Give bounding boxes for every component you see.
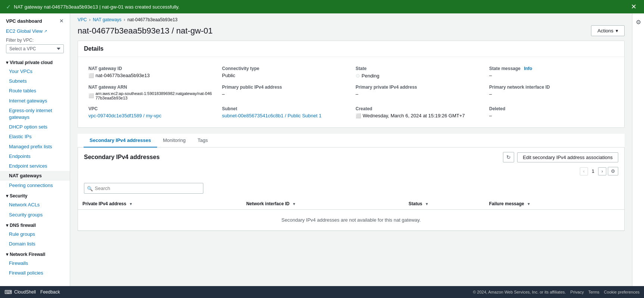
sidebar-item-nat-gateways[interactable]: NAT gateways <box>0 171 70 181</box>
vpc-filter-select[interactable]: Select a VPC <box>6 44 64 53</box>
content-area: VPC › NAT gateways › nat-04677b3eaa5b93e… <box>70 13 632 286</box>
pagination-row: ‹ 1 › ⚙ <box>577 167 621 178</box>
sidebar-item-rule-groups[interactable]: Rule groups <box>0 229 70 239</box>
nat-gateway-arn-value: arn:aws:ec2:ap-southeast-1:590183896982:… <box>96 91 213 100</box>
copy-icon[interactable]: ⬜ <box>88 73 94 78</box>
primary-network-interface-value: – <box>489 91 492 97</box>
detail-vpc: VPC vpc-09740dc1e35df1589 / my-vpc <box>84 103 218 121</box>
sort-icon: ▼ <box>129 202 133 206</box>
edit-associations-button[interactable]: Edit secondary IPv4 address associations <box>517 152 618 162</box>
sidebar-item-security-groups[interactable]: Security groups <box>0 210 70 220</box>
banner-message: NAT gateway nat-04677b3eaa5b93e13 | nat-… <box>14 4 179 10</box>
sidebar-item-peering-connections[interactable]: Peering connections <box>0 181 70 190</box>
feedback-button[interactable]: Feedback <box>40 289 60 295</box>
breadcrumb-nat-gateways[interactable]: NAT gateways <box>93 17 122 22</box>
state-message-info-link[interactable]: Info <box>524 66 532 71</box>
page-number: 1 <box>590 168 597 174</box>
breadcrumb-sep-2: › <box>124 17 125 22</box>
cookie-preferences-link[interactable]: Cookie preferences <box>604 290 640 294</box>
sidebar-item-internet-gateways[interactable]: Internet gateways <box>0 96 70 106</box>
table-settings-button[interactable]: ⚙ <box>608 167 618 175</box>
chevron-down-icon: ▾ <box>6 60 8 65</box>
subnet-link[interactable]: subnet-00e85673541c6c8b1 / Public Subnet… <box>222 113 322 118</box>
settings-panel-icon[interactable]: ⚙ <box>634 16 643 28</box>
detail-primary-public-ipv4: Primary public IPv4 address – <box>218 82 351 103</box>
external-link-icon: ↗ <box>44 29 47 33</box>
sidebar-item-network-acls[interactable]: Network ACLs <box>0 200 70 210</box>
chevron-down-icon: ▾ <box>6 252 8 257</box>
sidebar-item-managed-prefix[interactable]: Managed prefix lists <box>0 142 70 152</box>
sidebar-item-your-vpcs[interactable]: Your VPCs <box>0 67 70 76</box>
sort-icon: ▼ <box>292 202 296 206</box>
right-icons-panel: ⚙ <box>632 13 644 286</box>
primary-private-ipv4-value: – <box>356 91 358 97</box>
prev-page-button[interactable]: ‹ <box>580 167 588 175</box>
connectivity-type-value: Public <box>222 73 235 78</box>
tab-secondary-ipv4[interactable]: Secondary IPv4 addresses <box>84 134 157 148</box>
col-network-interface-id[interactable]: Network interface ID ▼ <box>242 198 404 210</box>
tab-monitoring[interactable]: Monitoring <box>157 134 192 148</box>
secondary-ipv4-table: Private IPv4 address ▼ Network interface… <box>78 198 624 231</box>
detail-connectivity-type: Connectivity type Public <box>218 63 351 82</box>
state-value: Pending <box>362 73 379 79</box>
tabs-container: Secondary IPv4 addresses Monitoring Tags <box>78 134 625 148</box>
filter-label: Filter by VPC: <box>6 38 64 43</box>
terms-link[interactable]: Terms <box>588 290 600 294</box>
detail-state-message: State message Info – <box>485 63 618 82</box>
sort-icon: ▼ <box>527 202 531 206</box>
sidebar-item-dhcp[interactable]: DHCP option sets <box>0 122 70 132</box>
chevron-down-icon: ▾ <box>6 223 8 228</box>
table-header-row: Private IPv4 address ▼ Network interface… <box>78 198 624 210</box>
refresh-button[interactable]: ↻ <box>503 152 514 162</box>
pending-icon: ⊙ <box>356 73 360 79</box>
sidebar-item-firewall-policies[interactable]: Firewall policies <box>0 268 70 278</box>
sidebar-item-endpoints[interactable]: Endpoints <box>0 152 70 161</box>
ipv4-panel-header: Secondary IPv4 addresses ↻ Edit secondar… <box>78 148 624 167</box>
breadcrumb-vpc[interactable]: VPC <box>78 17 87 22</box>
sidebar-close-button[interactable]: ✕ <box>59 18 64 24</box>
breadcrumb-current: nat-04677b3eaa5b93e13 <box>128 17 178 22</box>
sidebar-item-subnets[interactable]: Subnets <box>0 76 70 86</box>
next-page-button[interactable]: › <box>598 167 606 175</box>
chevron-down-icon: ▾ <box>6 193 8 199</box>
cloudshell-button[interactable]: ⌨ CloudShell <box>4 289 36 295</box>
sidebar-title: VPC dashboard <box>6 18 42 24</box>
sidebar-section-dns-firewall[interactable]: ▾ DNS firewall <box>0 220 70 229</box>
search-bar-row: 🔍 <box>78 180 624 198</box>
ec2-global-view-link[interactable]: EC2 Global View ↗ <box>0 27 70 35</box>
copy-icon-created[interactable]: ⬜ <box>356 113 361 118</box>
empty-table-row: Secondary IPv4 addresses are not availab… <box>78 210 624 231</box>
sidebar-item-route-tables[interactable]: Route tables <box>0 86 70 96</box>
detail-deleted: Deleted – <box>485 103 618 121</box>
detail-primary-private-ipv4: Primary private IPv4 address – <box>351 82 485 103</box>
sidebar-item-elastic-ips[interactable]: Elastic IPs <box>0 132 70 142</box>
sidebar-item-domain-lists[interactable]: Domain lists <box>0 239 70 249</box>
sidebar-item-firewalls[interactable]: Firewalls <box>0 259 70 268</box>
detail-created: Created ⬜ Wednesday, March 6, 2024 at 15… <box>351 103 485 121</box>
tab-tags[interactable]: Tags <box>191 134 213 148</box>
sidebar-item-egress-only[interactable]: Egress-only internet gateways <box>0 106 70 122</box>
page-header: nat-04677b3eaa5b93e13 / nat-gw-01 Action… <box>70 24 632 41</box>
sort-icon: ▼ <box>425 202 429 206</box>
sidebar-item-endpoint-services[interactable]: Endpoint services <box>0 161 70 171</box>
copyright: © 2024, Amazon Web Services, Inc. or its… <box>473 290 566 294</box>
page-title: nat-04677b3eaa5b93e13 / nat-gw-01 <box>78 26 213 36</box>
copy-icon-arn[interactable]: ⬜ <box>88 93 94 98</box>
col-failure-message[interactable]: Failure message ▼ <box>485 198 624 210</box>
vpc-link[interactable]: vpc-09740dc1e35df1589 / my-vpc <box>88 113 162 118</box>
cloudshell-icon: ⌨ <box>4 289 12 295</box>
actions-button[interactable]: Actions ▾ <box>591 25 625 36</box>
search-input[interactable] <box>84 183 203 194</box>
sidebar: VPC dashboard ✕ EC2 Global View ↗ Filter… <box>0 13 70 286</box>
search-input-wrapper: 🔍 <box>84 183 203 194</box>
empty-message: Secondary IPv4 addresses are not availab… <box>78 210 624 231</box>
search-icon: 🔍 <box>87 186 93 191</box>
col-private-ipv4[interactable]: Private IPv4 address ▼ <box>78 198 242 210</box>
tabs-bar: Secondary IPv4 addresses Monitoring Tags <box>78 134 625 148</box>
sidebar-section-security[interactable]: ▾ Security <box>0 190 70 200</box>
privacy-link[interactable]: Privacy <box>570 290 584 294</box>
sidebar-section-network-firewall[interactable]: ▾ Network Firewall <box>0 249 70 259</box>
banner-close-button[interactable]: ✕ <box>629 3 638 10</box>
sidebar-section-vpc[interactable]: ▾ Virtual private cloud <box>0 57 70 67</box>
col-status[interactable]: Status ▼ <box>404 198 485 210</box>
